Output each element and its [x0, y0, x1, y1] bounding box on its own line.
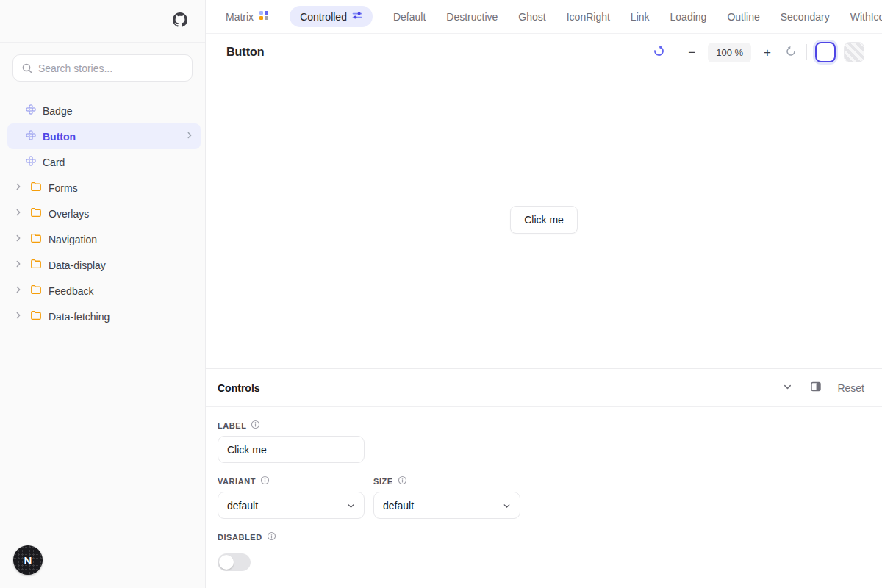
user-avatar[interactable]: N	[13, 545, 43, 575]
tab-label: Destructive	[446, 11, 498, 23]
tab-link[interactable]: Link	[631, 11, 650, 23]
chevron-right-icon	[13, 182, 24, 194]
info-icon	[260, 476, 270, 487]
tab-withicon[interactable]: WithIcon	[850, 11, 882, 23]
sliders-icon	[352, 10, 362, 23]
sidebar-item-card[interactable]: Card	[7, 149, 201, 175]
toolbar-divider	[675, 44, 675, 60]
tab-iconright[interactable]: IconRight	[567, 11, 610, 23]
tab-label: Link	[631, 11, 650, 23]
sidebar-folder-feedback[interactable]: Feedback	[7, 278, 201, 304]
tab-outline[interactable]: Outline	[727, 11, 759, 23]
sidebar-item-label: Card	[43, 157, 65, 168]
tab-label: Controlled	[300, 11, 347, 23]
chevron-right-icon	[13, 310, 24, 323]
tab-matrix[interactable]: Matrix	[226, 10, 269, 23]
chevron-down-icon	[346, 501, 356, 511]
chevron-right-icon	[13, 233, 24, 245]
minus-icon: −	[685, 46, 698, 59]
collapse-panel-button[interactable]	[781, 380, 795, 396]
sidebar-item-label: Button	[43, 131, 76, 143]
sidebar-folder-forms[interactable]: Forms	[7, 175, 201, 201]
sidebar-folder-label: Forms	[49, 182, 78, 194]
sidebar: Badge Button Card Forms Overlays	[0, 0, 206, 588]
github-icon	[173, 12, 187, 29]
controls-form: LABEL VARIANT default	[206, 407, 882, 574]
story-toolbar: Button − 100 % +	[206, 34, 882, 71]
remount-button[interactable]	[651, 43, 667, 61]
control-name-label: DISABLED	[218, 533, 262, 542]
zoom-level: 100 %	[708, 43, 751, 62]
control-name-label: VARIANT	[218, 477, 256, 486]
size-select[interactable]: default	[373, 492, 520, 519]
tab-label: Ghost	[518, 11, 545, 23]
info-icon	[251, 420, 260, 431]
tab-label: Loading	[670, 11, 707, 23]
storybook-app: Badge Button Card Forms Overlays	[0, 0, 882, 588]
folder-icon	[30, 284, 42, 298]
sidebar-folder-overlays[interactable]: Overlays	[7, 201, 201, 226]
chevron-down-icon	[782, 381, 793, 395]
control-name-label: SIZE	[373, 477, 393, 486]
field-size-row: SIZE	[373, 476, 520, 487]
controls-panel: Controls Reset LABEL	[206, 368, 882, 588]
tab-label: WithIcon	[850, 11, 882, 23]
sidebar-folder-label: Data-fetching	[49, 311, 110, 323]
controls-title: Controls	[218, 382, 260, 394]
background-light-button[interactable]	[815, 42, 836, 62]
component-icon	[26, 130, 36, 143]
reset-zoom-button[interactable]	[784, 44, 798, 61]
tab-label: Matrix	[226, 11, 254, 23]
field-variant-row: VARIANT	[218, 476, 365, 487]
info-icon	[398, 476, 407, 487]
sidebar-folder-label: Data-display	[49, 259, 106, 271]
control-name-label: LABEL	[218, 421, 246, 430]
story-canvas: Click me	[206, 71, 882, 368]
tab-destructive[interactable]: Destructive	[446, 11, 498, 23]
sidebar-folder-navigation[interactable]: Navigation	[7, 226, 201, 252]
tab-secondary[interactable]: Secondary	[781, 11, 830, 23]
tab-label: Secondary	[781, 11, 830, 23]
folder-icon	[30, 181, 42, 195]
folder-icon	[30, 258, 42, 272]
github-button[interactable]	[173, 12, 187, 29]
preview-click-me-button[interactable]: Click me	[510, 206, 578, 234]
search-icon	[21, 62, 33, 74]
sidebar-folder-data-fetching[interactable]: Data-fetching	[7, 304, 201, 329]
sidebar-header	[0, 0, 205, 43]
folder-icon	[30, 309, 42, 323]
sidebar-folder-data-display[interactable]: Data-display	[7, 252, 201, 278]
label-control-input[interactable]	[218, 436, 365, 463]
chevron-right-icon	[184, 130, 195, 143]
sidebar-search	[0, 43, 205, 82]
toolbar-divider	[806, 44, 807, 60]
tab-label: IconRight	[567, 11, 610, 23]
field-label-row: LABEL	[218, 420, 864, 431]
sidebar-folder-label: Navigation	[49, 234, 97, 245]
plus-icon: +	[761, 46, 774, 59]
search-input[interactable]	[13, 55, 192, 81]
zoom-out-button[interactable]: −	[684, 45, 700, 60]
panel-position-button[interactable]	[808, 379, 823, 396]
field-disabled-row: DISABLED	[218, 531, 365, 542]
matrix-grid-icon	[259, 10, 269, 23]
size-select-value: default	[383, 500, 414, 512]
main-area: Matrix Controlled Default Destructive Gh…	[206, 0, 882, 588]
tab-ghost[interactable]: Ghost	[518, 11, 545, 23]
variant-select-value: default	[227, 500, 258, 512]
disabled-toggle[interactable]	[218, 553, 251, 571]
tab-default[interactable]: Default	[393, 11, 426, 23]
sidebar-item-button[interactable]: Button	[7, 123, 201, 149]
sidebar-item-badge[interactable]: Badge	[7, 98, 201, 123]
background-striped-button[interactable]	[844, 42, 864, 62]
story-tabbar: Matrix Controlled Default Destructive Gh…	[206, 0, 882, 34]
variant-select[interactable]: default	[218, 492, 365, 519]
page-title: Button	[226, 46, 265, 59]
zoom-in-button[interactable]: +	[759, 45, 775, 60]
info-icon	[267, 531, 276, 542]
reset-controls-button[interactable]: Reset	[837, 382, 864, 394]
chevron-down-icon	[502, 501, 512, 511]
tab-loading[interactable]: Loading	[670, 11, 707, 23]
tab-controlled[interactable]: Controlled	[290, 6, 373, 27]
chevron-right-icon	[13, 207, 24, 220]
